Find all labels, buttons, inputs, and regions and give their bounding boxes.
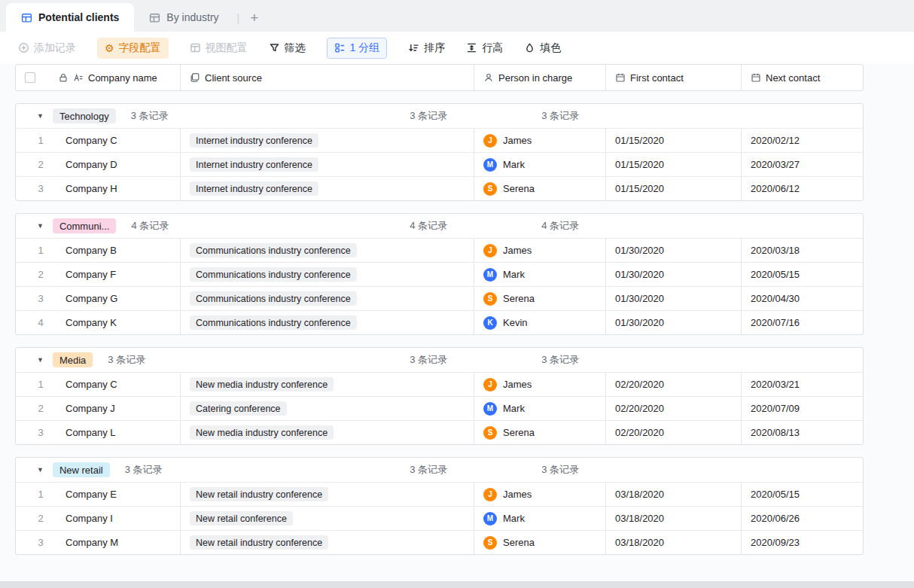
table-row[interactable]: 3 Company M New retail industry conferen… bbox=[16, 530, 863, 554]
person-cell[interactable]: M Mark bbox=[474, 263, 606, 286]
table-row[interactable]: 3 Company L New media industry conferenc… bbox=[16, 420, 863, 444]
column-header-person-in-charge[interactable]: Person in charge bbox=[474, 65, 606, 90]
first-contact-cell[interactable]: 02/20/2020 bbox=[606, 373, 742, 396]
next-contact-cell[interactable]: 2020/03/18 bbox=[742, 239, 863, 262]
group-aggregate-client-source[interactable]: 3 条记录 bbox=[181, 458, 474, 482]
next-contact-cell[interactable]: 2020/09/23 bbox=[742, 531, 863, 554]
company-cell[interactable]: 2 Company I bbox=[16, 507, 181, 530]
company-cell[interactable]: 1 Company B bbox=[16, 239, 181, 262]
first-contact-cell[interactable]: 02/20/2020 bbox=[606, 397, 742, 420]
next-contact-cell[interactable]: 2020/08/13 bbox=[742, 421, 863, 444]
add-view-button[interactable]: + bbox=[242, 10, 266, 26]
person-cell[interactable]: M Mark bbox=[474, 397, 606, 420]
group-aggregate-client-source[interactable]: 3 条记录 bbox=[181, 348, 474, 372]
company-cell[interactable]: 3 Company L bbox=[16, 421, 181, 444]
view-config-button[interactable]: 视图配置 bbox=[190, 41, 248, 55]
person-cell[interactable]: S Serena bbox=[474, 421, 606, 444]
first-contact-cell[interactable]: 01/30/2020 bbox=[606, 287, 742, 310]
next-contact-cell[interactable]: 2020/05/15 bbox=[742, 483, 863, 506]
collapse-caret-icon[interactable]: ▼ bbox=[37, 356, 44, 364]
group-header-row[interactable]: ▼ Media 3 条记录 3 条记录 3 条记录 bbox=[16, 348, 863, 372]
person-cell[interactable]: S Serena bbox=[474, 177, 606, 200]
tab-by-industry[interactable]: By industry bbox=[134, 3, 233, 32]
person-cell[interactable]: J James bbox=[474, 373, 606, 396]
company-cell[interactable]: 3 Company H bbox=[16, 177, 181, 200]
group-aggregate-first-contact[interactable] bbox=[606, 458, 742, 482]
collapse-caret-icon[interactable]: ▼ bbox=[37, 466, 44, 474]
group-aggregate-person[interactable]: 3 条记录 bbox=[474, 458, 606, 482]
group-aggregate-person[interactable]: 3 条记录 bbox=[474, 104, 606, 128]
client-source-cell[interactable]: New retail industry conference bbox=[181, 483, 474, 506]
group-aggregate-first-contact[interactable] bbox=[606, 214, 742, 238]
row-number[interactable]: 1 bbox=[16, 489, 66, 500]
person-cell[interactable]: J James bbox=[474, 239, 606, 262]
client-source-cell[interactable]: Internet industry conference bbox=[181, 177, 474, 200]
row-height-button[interactable]: 行高 bbox=[466, 41, 503, 55]
row-number[interactable]: 2 bbox=[16, 159, 66, 170]
column-header-first-contact[interactable]: First contact bbox=[606, 65, 742, 90]
client-source-cell[interactable]: Communications industry conference bbox=[181, 287, 474, 310]
client-source-cell[interactable]: Communications industry conference bbox=[181, 311, 474, 334]
first-contact-cell[interactable]: 03/18/2020 bbox=[606, 531, 742, 554]
table-row[interactable]: 3 Company G Communications industry conf… bbox=[16, 286, 863, 310]
table-row[interactable]: 2 Company F Communications industry conf… bbox=[16, 262, 863, 286]
first-contact-cell[interactable]: 01/30/2020 bbox=[606, 263, 742, 286]
next-contact-cell[interactable]: 2020/07/16 bbox=[742, 311, 863, 334]
company-cell[interactable]: 3 Company M bbox=[16, 531, 181, 554]
group-aggregate-person[interactable]: 3 条记录 bbox=[474, 348, 606, 372]
row-number[interactable]: 4 bbox=[16, 317, 66, 328]
client-source-cell[interactable]: New media industry conference bbox=[181, 421, 474, 444]
sort-button[interactable]: 排序 bbox=[408, 41, 445, 55]
next-contact-cell[interactable]: 2020/07/09 bbox=[742, 397, 863, 420]
select-all-checkbox[interactable] bbox=[25, 72, 35, 83]
tab-potential-clients[interactable]: Potential clients bbox=[6, 3, 134, 32]
group-aggregate-next-contact[interactable] bbox=[742, 214, 863, 238]
row-number[interactable]: 2 bbox=[16, 269, 66, 280]
next-contact-cell[interactable]: 2020/05/15 bbox=[742, 263, 863, 286]
client-source-cell[interactable]: Internet industry conference bbox=[181, 153, 474, 176]
person-cell[interactable]: J James bbox=[474, 483, 606, 506]
group-aggregate-next-contact[interactable] bbox=[742, 104, 863, 128]
first-contact-cell[interactable]: 01/15/2020 bbox=[606, 177, 742, 200]
row-number[interactable]: 1 bbox=[16, 135, 66, 146]
person-cell[interactable]: S Serena bbox=[474, 531, 606, 554]
group-aggregate-first-contact[interactable] bbox=[606, 104, 742, 128]
row-number[interactable]: 3 bbox=[16, 183, 66, 194]
row-number[interactable]: 3 bbox=[16, 427, 66, 438]
row-number[interactable]: 3 bbox=[16, 537, 66, 548]
table-row[interactable]: 2 Company J Catering conference M Mark 0… bbox=[16, 396, 863, 420]
column-header-client-source[interactable]: Client source bbox=[181, 65, 474, 90]
group-aggregate-first-contact[interactable] bbox=[606, 348, 742, 372]
next-contact-cell[interactable]: 2020/06/26 bbox=[742, 507, 863, 530]
group-header-row[interactable]: ▼ New retail 3 条记录 3 条记录 3 条记录 bbox=[16, 458, 863, 482]
row-number[interactable]: 3 bbox=[16, 293, 66, 304]
row-number[interactable]: 2 bbox=[16, 513, 66, 524]
first-contact-cell[interactable]: 01/30/2020 bbox=[606, 311, 742, 334]
group-header-row[interactable]: ▼ Technology 3 条记录 3 条记录 3 条记录 bbox=[16, 104, 863, 128]
fill-color-button[interactable]: 填色 bbox=[524, 41, 561, 55]
group-header-row[interactable]: ▼ Communi... 4 条记录 4 条记录 4 条记录 bbox=[16, 214, 863, 238]
first-contact-cell[interactable]: 01/30/2020 bbox=[606, 239, 742, 262]
group-aggregate-client-source[interactable]: 4 条记录 bbox=[181, 214, 474, 238]
company-cell[interactable]: 2 Company D bbox=[16, 153, 181, 176]
person-cell[interactable]: M Mark bbox=[474, 507, 606, 530]
table-row[interactable]: 3 Company H Internet industry conference… bbox=[16, 176, 863, 200]
group-button[interactable]: 1 分组 bbox=[327, 38, 388, 59]
client-source-cell[interactable]: New media industry conference bbox=[181, 373, 474, 396]
client-source-cell[interactable]: Internet industry conference bbox=[181, 129, 474, 152]
row-number[interactable]: 2 bbox=[16, 403, 66, 414]
group-aggregate-client-source[interactable]: 3 条记录 bbox=[181, 104, 474, 128]
next-contact-cell[interactable]: 2020/02/12 bbox=[742, 129, 863, 152]
company-cell[interactable]: 4 Company K bbox=[16, 311, 181, 334]
group-aggregate-next-contact[interactable] bbox=[742, 348, 863, 372]
company-cell[interactable]: 3 Company G bbox=[16, 287, 181, 310]
company-cell[interactable]: 1 Company C bbox=[16, 129, 181, 152]
first-contact-cell[interactable]: 03/18/2020 bbox=[606, 483, 742, 506]
first-contact-cell[interactable]: 03/18/2020 bbox=[606, 507, 742, 530]
client-source-cell[interactable]: Catering conference bbox=[181, 397, 474, 420]
first-contact-cell[interactable]: 01/15/2020 bbox=[606, 129, 742, 152]
add-record-button[interactable]: 添加记录 bbox=[18, 41, 76, 55]
table-row[interactable]: 4 Company K Communications industry conf… bbox=[16, 310, 863, 334]
company-cell[interactable]: 2 Company J bbox=[16, 397, 181, 420]
client-source-cell[interactable]: New retail conference bbox=[181, 507, 474, 530]
